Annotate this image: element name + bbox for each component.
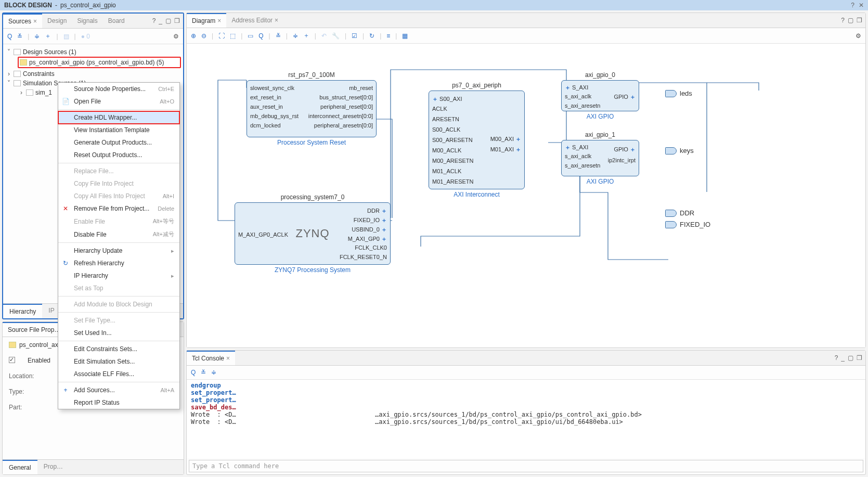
expand-icon[interactable]: ≑ bbox=[293, 32, 298, 40]
collapse-icon[interactable]: ≚ bbox=[201, 369, 206, 376]
console-output[interactable]: endgroupset_propert…set_propert…save_bd_… bbox=[187, 380, 865, 458]
context-menu-item: Set as Top bbox=[58, 282, 179, 294]
enabled-checkbox[interactable] bbox=[9, 357, 15, 363]
context-menu-item[interactable]: Generate Output Products... bbox=[58, 136, 179, 149]
tab-tcl-console[interactable]: Tcl Console× bbox=[187, 351, 235, 365]
title-prefix: BLOCK DESIGN bbox=[4, 2, 52, 9]
ext-port-fixedio[interactable]: FIXED_IO bbox=[665, 221, 710, 228]
context-menu-item: Set File Type... bbox=[58, 314, 179, 327]
tcl-command-input[interactable]: Type a Tcl command here bbox=[189, 460, 863, 472]
search-icon[interactable]: Q bbox=[191, 369, 196, 376]
window-titlebar: BLOCK DESIGN - ps_control_axi_gpio ? ✕ bbox=[0, 0, 868, 10]
zoom-in-icon[interactable]: ⊕ bbox=[191, 32, 196, 40]
context-menu-item[interactable]: IP Hierarchy▸ bbox=[58, 269, 179, 282]
sources-panel: Sources× Design Signals Board ? _ ▢ ❐ Q … bbox=[2, 12, 184, 319]
tab-address-editor[interactable]: Address Editor× bbox=[226, 14, 283, 27]
context-menu-item[interactable]: Set Used In... bbox=[58, 327, 179, 339]
tab-diagram[interactable]: Diagram× bbox=[187, 13, 226, 28]
collapse-icon[interactable]: ≚ bbox=[276, 32, 281, 40]
collapse-icon[interactable]: ≚ bbox=[17, 33, 22, 40]
settings-icon[interactable]: ≡ bbox=[386, 32, 390, 40]
tab-hierarchy[interactable]: Hierarchy bbox=[3, 304, 42, 318]
file-icon: ▤ bbox=[63, 33, 69, 40]
help-icon[interactable]: ? bbox=[841, 17, 845, 24]
search-icon[interactable]: Q bbox=[7, 33, 12, 40]
search-icon[interactable]: Q bbox=[258, 32, 263, 40]
add-icon[interactable]: ＋ bbox=[45, 32, 51, 41]
block-rst[interactable]: rst_ps7_0_100M slowest_sync_clk ext_rese… bbox=[247, 80, 377, 137]
context-menu-item[interactable]: 📄Open FileAlt+O bbox=[58, 95, 179, 108]
tab-design[interactable]: Design bbox=[42, 14, 72, 28]
gear-icon[interactable]: ⚙ bbox=[856, 32, 861, 40]
wrench-icon: 🔧 bbox=[332, 32, 340, 40]
minimize-icon[interactable]: _ bbox=[841, 354, 845, 362]
expand-icon[interactable]: ≑ bbox=[211, 369, 216, 376]
context-menu-item: Replace File... bbox=[58, 165, 179, 177]
block-gpio1[interactable]: axi_gpio_1 ＋ S_AXI s_axi_aclk s_axi_ares… bbox=[561, 140, 639, 176]
zoom-fit-icon[interactable]: ⛶ bbox=[218, 32, 225, 40]
context-menu-item[interactable]: ↻Refresh Hierarchy bbox=[58, 257, 179, 269]
ext-port-ddr[interactable]: DDR bbox=[665, 209, 694, 217]
ext-port-leds[interactable]: leds bbox=[665, 89, 692, 97]
validate-icon[interactable]: ☑ bbox=[352, 32, 357, 40]
maximize-icon[interactable]: ▢ bbox=[165, 17, 171, 24]
context-menu-item: Copy All Files Into ProjectAlt+I bbox=[58, 190, 179, 202]
context-menu-item[interactable]: ✕Remove File from Project...Delete bbox=[58, 202, 179, 215]
context-menu-item: Enable FileAlt+等号 bbox=[58, 215, 179, 228]
context-menu-item[interactable]: Source Node Properties...Ctrl+E bbox=[58, 83, 179, 95]
close-icon[interactable]: ✕ bbox=[859, 2, 864, 9]
console-toolbar: Q ≚ ≑ bbox=[187, 366, 865, 380]
context-menu-item[interactable]: +Add Sources...Alt+A bbox=[58, 384, 179, 396]
diagram-canvas[interactable]: rst_ps7_0_100M slowest_sync_clk ext_rese… bbox=[187, 44, 865, 347]
expand-icon[interactable]: ≑ bbox=[34, 33, 40, 40]
diagram-panel: Diagram× Address Editor× ? ▢ ❐ ⊕ ⊖ | ⛶ ⬚… bbox=[186, 12, 866, 348]
block-gpio0[interactable]: axi_gpio_0 ＋ S_AXI s_axi_aclk s_axi_ares… bbox=[561, 80, 639, 111]
tree-design-sources[interactable]: ˅ Design Sources (1) bbox=[5, 47, 181, 57]
help-icon[interactable]: ? bbox=[152, 17, 156, 24]
context-menu-item[interactable]: Create HDL Wrapper... bbox=[58, 111, 179, 124]
tab-signals[interactable]: Signals bbox=[72, 14, 102, 28]
undo-icon: ↶ bbox=[321, 32, 327, 40]
tab-board[interactable]: Board bbox=[103, 14, 130, 28]
zoom-out-icon[interactable]: ⊖ bbox=[201, 32, 206, 40]
refresh-icon[interactable]: ↻ bbox=[369, 32, 374, 40]
context-menu-item: Add Module to Block Design bbox=[58, 298, 179, 311]
context-menu-item[interactable]: Disable FileAlt+减号 bbox=[58, 228, 179, 241]
layers-icon[interactable]: ▦ bbox=[402, 32, 408, 40]
restore-icon[interactable]: ❐ bbox=[174, 17, 180, 24]
context-menu-item: Copy File Into Project bbox=[58, 177, 179, 190]
context-menu-item[interactable]: Edit Simulation Sets... bbox=[58, 355, 179, 368]
maximize-icon[interactable]: ▢ bbox=[848, 17, 853, 24]
dot-icon: ● 0 bbox=[81, 33, 90, 40]
diagram-toolbar: ⊕ ⊖ | ⛶ ⬚ | ▭ Q | ≚ | ≑ ＋ | ↶ 🔧 | bbox=[187, 28, 865, 44]
context-menu-item[interactable]: Hierarchy Update▸ bbox=[58, 244, 179, 257]
select-icon[interactable]: ▭ bbox=[248, 32, 253, 40]
context-menu-item[interactable]: Edit Constraints Sets... bbox=[58, 343, 179, 355]
add-icon[interactable]: ＋ bbox=[303, 31, 309, 40]
context-menu: Source Node Properties...Ctrl+E📄Open Fil… bbox=[58, 82, 180, 409]
sources-tabbar: Sources× Design Signals Board ? _ ▢ ❐ bbox=[3, 14, 183, 29]
bd-icon bbox=[9, 342, 16, 348]
zoom-area-icon[interactable]: ⬚ bbox=[230, 32, 236, 40]
block-interconnect[interactable]: ps7_0_axi_periph ＋ S00_AXI ACLK ARESETN … bbox=[429, 91, 525, 189]
context-menu-item[interactable]: Report IP Status bbox=[58, 396, 179, 409]
tab-props[interactable]: Prop… bbox=[37, 460, 69, 474]
help-icon[interactable]: ? bbox=[851, 2, 854, 9]
context-menu-item[interactable]: Reset Output Products... bbox=[58, 149, 179, 161]
ext-port-keys[interactable]: keys bbox=[665, 147, 694, 154]
context-menu-item[interactable]: View Instantiation Template bbox=[58, 124, 179, 136]
context-menu-item[interactable]: Associate ELF Files... bbox=[58, 368, 179, 380]
tab-sources[interactable]: Sources× bbox=[3, 14, 42, 28]
gear-icon[interactable]: ⚙ bbox=[173, 33, 179, 40]
restore-icon[interactable]: ❐ bbox=[857, 354, 862, 362]
maximize-icon[interactable]: ▢ bbox=[848, 354, 853, 362]
help-icon[interactable]: ? bbox=[835, 354, 838, 362]
restore-icon[interactable]: ❐ bbox=[857, 17, 862, 24]
block-zynq[interactable]: processing_system7_0 M_AXI_GP0_ACLK DDR … bbox=[235, 202, 391, 265]
tcl-console-panel: Tcl Console× ? _ ▢ ❐ Q ≚ ≑ endgroupset_p… bbox=[186, 350, 866, 475]
tree-bd-item[interactable]: ps_control_axi_gpio (ps_control_axi_gpio… bbox=[18, 57, 181, 68]
tree-constraints[interactable]: › Constraints bbox=[5, 69, 181, 79]
title-name: ps_control_axi_gpio bbox=[60, 2, 116, 9]
tab-general[interactable]: General bbox=[3, 460, 37, 474]
minimize-icon[interactable]: _ bbox=[159, 17, 162, 24]
